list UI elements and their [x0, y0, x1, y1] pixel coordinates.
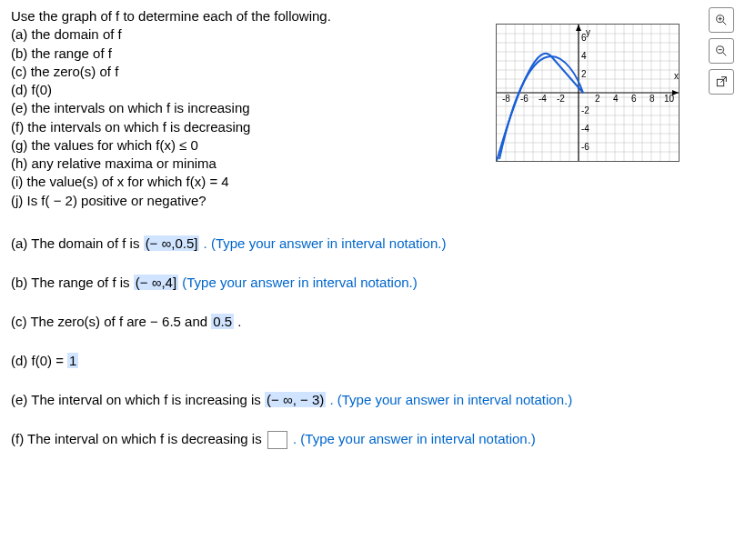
zoom-out-icon	[714, 44, 729, 58]
answer-c: (c) The zero(s) of f are − 6.5 and 0.5 .	[11, 312, 734, 331]
svg-text:-2: -2	[557, 94, 565, 104]
answer-d-value[interactable]: 1	[67, 353, 78, 368]
answer-c-value[interactable]: 0.5	[211, 314, 234, 329]
svg-text:-6: -6	[581, 142, 589, 152]
zoom-in-button[interactable]	[709, 7, 734, 33]
part-d: (d) f(0)	[11, 82, 52, 97]
svg-text:6: 6	[581, 33, 587, 43]
svg-text:-8: -8	[502, 94, 510, 104]
popout-button[interactable]	[709, 69, 734, 95]
answer-d: (d) f(0) = 1	[11, 351, 734, 370]
svg-text:2: 2	[595, 94, 600, 104]
svg-text:4: 4	[581, 51, 587, 61]
svg-text:2: 2	[581, 69, 587, 79]
svg-text:4: 4	[613, 94, 619, 104]
part-c: (c) the zero(s) of f	[11, 64, 118, 79]
part-g: (g) the values for which f(x) ≤ 0	[11, 137, 198, 153]
svg-text:-4: -4	[539, 94, 547, 104]
answer-a: (a) The domain of f is (− ∞,0.5] . (Type…	[11, 234, 734, 253]
part-e: (e) the intervals on which f is increasi…	[11, 100, 250, 115]
part-h: (h) any relative maxima or minima	[11, 155, 216, 171]
graph-curve	[497, 54, 583, 161]
svg-text:10: 10	[664, 94, 675, 104]
svg-text:y: y	[586, 27, 590, 37]
answer-b: (b) The range of f is (− ∞,4] (Type your…	[11, 273, 734, 292]
svg-text:x: x	[674, 71, 679, 81]
svg-line-1	[723, 22, 726, 25]
answer-b-value[interactable]: (− ∞,4]	[134, 275, 178, 290]
svg-line-5	[723, 53, 726, 55]
question-prompt: Use the graph of f to determine each of …	[11, 8, 331, 24]
answer-e: (e) The interval on which f is increasin…	[11, 390, 734, 409]
part-j: (j) Is f( − 2) positive or negative?	[11, 193, 206, 208]
question-prompt-block: Use the graph of f to determine each of …	[11, 7, 470, 210]
svg-text:-2: -2	[581, 105, 589, 115]
part-i: (i) the value(s) of x for which f(x) = 4	[11, 174, 229, 189]
answer-e-value[interactable]: (− ∞, − 3)	[265, 392, 326, 407]
part-f: (f) the intervals on which f is decreasi…	[11, 119, 250, 135]
part-b: (b) the range of f	[11, 45, 112, 61]
zoom-in-icon	[714, 13, 729, 27]
answer-f: (f) The interval on which f is decreasin…	[11, 429, 734, 449]
answer-a-value[interactable]: (− ∞,0.5]	[144, 235, 200, 251]
answer-f-input[interactable]	[267, 431, 287, 449]
svg-text:8: 8	[649, 94, 655, 104]
svg-text:-4: -4	[581, 124, 589, 134]
popout-icon	[714, 75, 729, 89]
part-a: (a) the domain of f	[11, 26, 122, 42]
graph-plot[interactable]: x y -8-6-4-2 246810 642 -2-4-6	[496, 24, 680, 162]
svg-text:6: 6	[631, 94, 637, 104]
svg-marker-44	[576, 25, 581, 31]
svg-text:-6: -6	[520, 94, 529, 104]
zoom-out-button[interactable]	[709, 38, 734, 64]
